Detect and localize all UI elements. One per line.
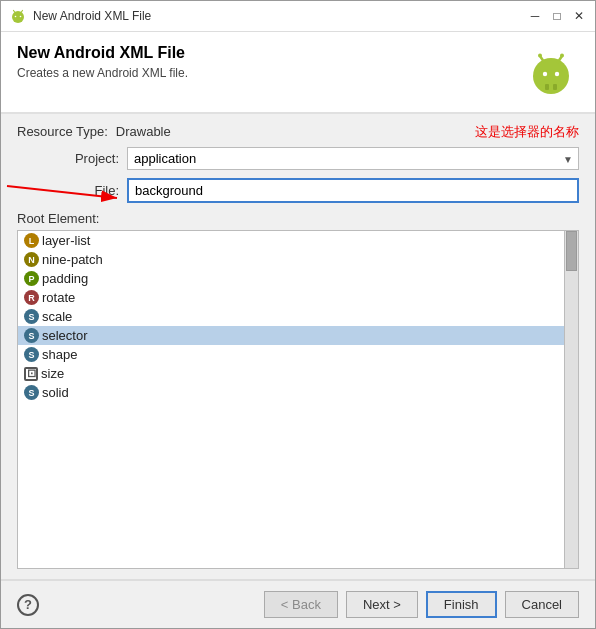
scrollbar-thumb[interactable] [566,231,577,271]
file-row: File: [17,178,579,203]
title-bar: New Android XML File ─ □ ✕ [1,1,595,32]
svg-line-17 [7,186,117,198]
list-item[interactable]: Sscale [18,307,564,326]
list-item-icon: L [24,233,39,248]
svg-point-2 [15,16,17,18]
svg-point-13 [560,54,564,58]
title-android-icon [9,7,27,25]
list-item-icon: S [24,347,39,362]
list-item-icon: P [24,271,39,286]
list-item-icon: S [24,385,39,400]
svg-point-9 [555,72,559,76]
bottom-bar: ? < Back Next > Finish Cancel [1,579,595,628]
file-input[interactable] [127,178,579,203]
red-arrow [7,176,137,206]
svg-rect-1 [14,15,22,20]
close-button[interactable]: ✕ [571,8,587,24]
svg-point-12 [538,54,542,58]
list-item-icon: S [24,328,39,343]
help-button[interactable]: ? [17,594,39,616]
list-item-label: solid [42,385,69,400]
list-item-label: padding [42,271,88,286]
svg-line-5 [21,11,23,13]
svg-rect-7 [539,70,563,85]
project-select[interactable]: application [127,147,579,170]
root-element-label: Root Element: [17,211,579,226]
list-item-label: nine-patch [42,252,103,267]
root-element-list[interactable]: Llayer-listNnine-patchPpaddingRrotateSsc… [18,231,564,568]
list-item-label: rotate [42,290,75,305]
list-item-label: layer-list [42,233,90,248]
header-section: New Android XML File Creates a new Andro… [1,32,595,114]
project-select-wrapper: application [127,147,579,170]
header-text: New Android XML File Creates a new Andro… [17,44,523,80]
list-item-icon: ⊡ [24,367,38,381]
bottom-right: < Back Next > Finish Cancel [264,591,579,618]
list-item-icon: N [24,252,39,267]
finish-button[interactable]: Finish [426,591,497,618]
svg-line-4 [14,11,16,13]
window-title: New Android XML File [33,9,151,23]
list-item-icon: S [24,309,39,324]
android-logo [523,44,579,100]
dialog-subtitle: Creates a new Android XML file. [17,66,523,80]
cancel-button[interactable]: Cancel [505,591,579,618]
list-item[interactable]: Rrotate [18,288,564,307]
list-item[interactable]: ⊡size [18,364,564,383]
list-item-label: scale [42,309,72,324]
dialog-title: New Android XML File [17,44,523,62]
list-item[interactable]: Ppadding [18,269,564,288]
list-item[interactable]: Sselector [18,326,564,345]
svg-point-3 [20,16,22,18]
list-item[interactable]: Sshape [18,345,564,364]
main-window: New Android XML File ─ □ ✕ New Android X… [0,0,596,629]
minimize-button[interactable]: ─ [527,8,543,24]
list-item-icon: R [24,290,39,305]
next-button[interactable]: Next > [346,591,418,618]
resource-type-label: Resource Type: [17,124,108,139]
project-label: Project: [17,151,127,166]
list-item[interactable]: Nnine-patch [18,250,564,269]
list-item[interactable]: Llayer-list [18,231,564,250]
title-bar-left: New Android XML File [9,7,151,25]
resource-type-row: Resource Type: Drawable 这是选择器的名称 [17,124,579,139]
list-item-label: size [41,366,64,381]
list-item-label: shape [42,347,77,362]
file-input-wrapper [127,178,579,203]
svg-rect-15 [553,84,557,90]
project-row: Project: application [17,147,579,170]
back-button[interactable]: < Back [264,591,338,618]
list-item-label: selector [42,328,88,343]
svg-rect-14 [545,84,549,90]
root-element-list-container: Llayer-listNnine-patchPpaddingRrotateSsc… [17,230,579,569]
list-item[interactable]: Ssolid [18,383,564,402]
svg-point-8 [543,72,547,76]
title-bar-controls: ─ □ ✕ [527,8,587,24]
maximize-button[interactable]: □ [549,8,565,24]
form-section: Resource Type: Drawable 这是选择器的名称 Project… [1,114,595,579]
resource-type-value: Drawable [116,124,171,139]
bottom-left: ? [17,594,39,616]
scrollbar-track[interactable] [564,231,578,568]
chinese-annotation: 这是选择器的名称 [475,123,579,141]
